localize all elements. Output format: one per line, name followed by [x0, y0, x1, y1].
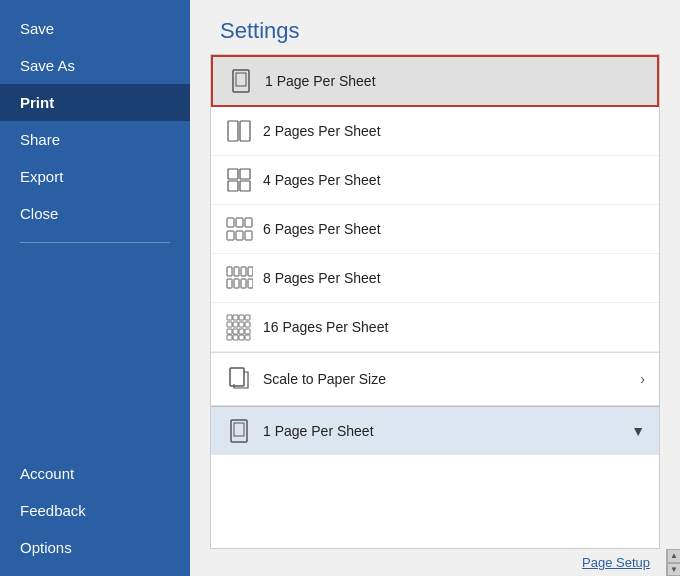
svg-rect-40	[234, 423, 244, 436]
svg-rect-26	[227, 322, 232, 327]
option-4page-label: 4 Pages Per Sheet	[263, 172, 381, 188]
current-icon	[225, 417, 253, 445]
svg-rect-36	[239, 335, 244, 340]
dropdown-list: 2 Pages Per Sheet 4 Pages Per Sheet	[211, 107, 659, 406]
sixteen-page-icon	[225, 313, 253, 341]
svg-rect-13	[245, 231, 252, 240]
svg-rect-32	[239, 329, 244, 334]
svg-rect-1	[236, 73, 246, 86]
svg-rect-6	[228, 181, 238, 191]
scale-label: Scale to Paper Size	[263, 371, 640, 387]
svg-rect-11	[227, 231, 234, 240]
sidebar-divider	[20, 242, 170, 243]
svg-rect-31	[233, 329, 238, 334]
svg-rect-19	[234, 279, 239, 288]
option-16page-label: 16 Pages Per Sheet	[263, 319, 388, 335]
svg-rect-28	[239, 322, 244, 327]
svg-rect-24	[239, 315, 244, 320]
svg-rect-9	[236, 218, 243, 227]
option-8page-label: 8 Pages Per Sheet	[263, 270, 381, 286]
sidebar-item-save-as[interactable]: Save As	[0, 47, 190, 84]
svg-rect-21	[248, 279, 253, 288]
svg-rect-12	[236, 231, 243, 240]
sidebar-item-save[interactable]: Save	[0, 10, 190, 47]
scale-icon	[225, 365, 253, 393]
svg-rect-23	[233, 315, 238, 320]
svg-rect-38	[230, 368, 244, 386]
svg-rect-5	[240, 169, 250, 179]
svg-rect-34	[227, 335, 232, 340]
svg-rect-27	[233, 322, 238, 327]
current-value-label: 1 Page Per Sheet	[263, 423, 631, 439]
option-8page[interactable]: 8 Pages Per Sheet	[211, 254, 659, 303]
sidebar-bottom: Account Feedback Options	[0, 455, 190, 576]
svg-rect-37	[245, 335, 250, 340]
six-page-icon	[225, 215, 253, 243]
svg-rect-4	[228, 169, 238, 179]
sidebar-item-options[interactable]: Options	[0, 529, 190, 566]
svg-rect-8	[227, 218, 234, 227]
svg-rect-2	[228, 121, 238, 141]
option-6page-label: 6 Pages Per Sheet	[263, 221, 381, 237]
eight-page-icon	[225, 264, 253, 292]
option-6page[interactable]: 6 Pages Per Sheet	[211, 205, 659, 254]
sidebar-item-share[interactable]: Share	[0, 121, 190, 158]
svg-rect-35	[233, 335, 238, 340]
scrollbar-down-button[interactable]: ▼	[667, 563, 680, 577]
scrollbar-up-button[interactable]: ▲	[667, 549, 680, 563]
svg-rect-7	[240, 181, 250, 191]
svg-rect-20	[241, 279, 246, 288]
chevron-right-icon: ›	[640, 371, 645, 387]
svg-rect-30	[227, 329, 232, 334]
svg-rect-25	[245, 315, 250, 320]
one-page-icon	[227, 67, 255, 95]
page-setup-bar: Page Setup ▲ ▼	[190, 549, 680, 576]
four-page-icon	[225, 166, 253, 194]
option-2page[interactable]: 2 Pages Per Sheet	[211, 107, 659, 156]
page-setup-link[interactable]: Page Setup	[582, 555, 650, 570]
current-selection-bar[interactable]: 1 Page Per Sheet ▼	[211, 406, 659, 455]
sidebar: Save Save As Print Share Export Close Ac…	[0, 0, 190, 576]
dropdown-area: 1 Page Per Sheet 2 Pages Per Sheet	[210, 54, 660, 549]
dropdown-arrow-icon: ▼	[631, 423, 645, 439]
settings-title: Settings	[190, 0, 680, 54]
dropdown-selected-item[interactable]: 1 Page Per Sheet	[211, 55, 659, 107]
scale-to-paper-size[interactable]: Scale to Paper Size ›	[211, 352, 659, 406]
svg-rect-10	[245, 218, 252, 227]
svg-rect-22	[227, 315, 232, 320]
svg-rect-29	[245, 322, 250, 327]
svg-rect-33	[245, 329, 250, 334]
svg-rect-16	[241, 267, 246, 276]
two-page-icon	[225, 117, 253, 145]
selected-label: 1 Page Per Sheet	[265, 73, 376, 89]
sidebar-item-export[interactable]: Export	[0, 158, 190, 195]
option-2page-label: 2 Pages Per Sheet	[263, 123, 381, 139]
sidebar-item-close[interactable]: Close	[0, 195, 190, 232]
svg-rect-18	[227, 279, 232, 288]
svg-rect-14	[227, 267, 232, 276]
scrollbar[interactable]: ▲ ▼	[666, 549, 680, 576]
main-panel: Settings 1 Page Per Sheet	[190, 0, 680, 576]
option-16page[interactable]: 16 Pages Per Sheet	[211, 303, 659, 352]
svg-rect-3	[240, 121, 250, 141]
sidebar-item-account[interactable]: Account	[0, 455, 190, 492]
option-4page[interactable]: 4 Pages Per Sheet	[211, 156, 659, 205]
sidebar-item-print[interactable]: Print	[0, 84, 190, 121]
sidebar-item-feedback[interactable]: Feedback	[0, 492, 190, 529]
svg-rect-15	[234, 267, 239, 276]
svg-rect-17	[248, 267, 253, 276]
